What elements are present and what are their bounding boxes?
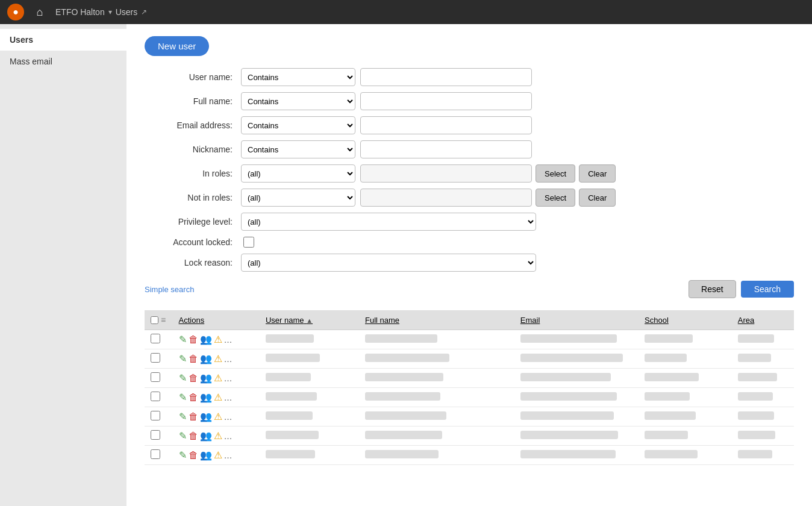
warn-icon[interactable]: ⚠ — [214, 334, 222, 345]
row-checkbox[interactable] — [151, 449, 160, 459]
warn-icon[interactable]: ⚠ — [214, 353, 222, 364]
row-actions-cell: ✎ 🗑 👥 ⚠ … — [173, 349, 260, 369]
th-area[interactable]: Area — [732, 310, 794, 330]
filter-row-accountlocked: Account locked: — [145, 237, 794, 248]
row-checkbox[interactable] — [151, 353, 160, 363]
nickname-label: Nickname: — [145, 145, 241, 154]
breadcrumb: ETFO Halton ▾ Users ↗ — [55, 7, 147, 17]
more-icon[interactable]: … — [224, 451, 233, 460]
fullname-operator-select[interactable]: Contains — [241, 92, 355, 110]
delete-icon[interactable]: 🗑 — [189, 431, 198, 442]
th-actions: Actions — [173, 310, 260, 330]
roles-icon[interactable]: 👥 — [200, 411, 212, 422]
roles-icon[interactable]: 👥 — [200, 449, 212, 461]
edit-icon[interactable]: ✎ — [179, 411, 187, 422]
row-checkbox[interactable] — [151, 372, 160, 382]
th-fullname[interactable]: Full name — [359, 310, 514, 330]
breadcrumb-etfo[interactable]: ETFO Halton — [55, 7, 105, 17]
row-username — [260, 349, 359, 369]
search-button[interactable]: Search — [741, 281, 794, 298]
delete-icon[interactable]: 🗑 — [189, 373, 198, 384]
edit-icon[interactable]: ✎ — [179, 449, 187, 461]
row-checkbox[interactable] — [151, 411, 160, 420]
warn-icon[interactable]: ⚠ — [214, 372, 222, 384]
home-icon[interactable]: ⌂ — [31, 4, 48, 20]
sidebar-item-users[interactable]: Users — [0, 29, 126, 51]
filter-row-inroles: In roles: (all) Select Clear — [145, 164, 794, 183]
edit-icon[interactable]: ✎ — [179, 430, 187, 442]
warn-icon[interactable]: ⚠ — [214, 392, 222, 403]
delete-icon[interactable]: 🗑 — [189, 354, 198, 364]
row-checkbox[interactable] — [151, 430, 160, 440]
roles-icon[interactable]: 👥 — [200, 392, 212, 403]
notinroles-operator-select[interactable]: (all) — [241, 189, 355, 207]
row-email — [514, 349, 639, 369]
inroles-input[interactable] — [360, 164, 532, 183]
username-input[interactable] — [360, 68, 532, 86]
email-label: Email address: — [145, 120, 241, 130]
row-area — [732, 426, 794, 446]
roles-icon[interactable]: 👥 — [200, 334, 212, 345]
privilege-select[interactable]: (all) — [241, 213, 536, 231]
row-checkbox-cell — [145, 426, 173, 446]
warn-icon[interactable]: ⚠ — [214, 449, 222, 461]
table-row: ✎ 🗑 👥 ⚠ … — [145, 407, 794, 426]
roles-icon[interactable]: 👥 — [200, 353, 212, 364]
filter-row-notinroles: Not in roles: (all) Select Clear — [145, 189, 794, 207]
sidebar-item-mass-email[interactable]: Mass email — [0, 51, 126, 72]
delete-icon[interactable]: 🗑 — [189, 450, 198, 461]
delete-icon[interactable]: 🗑 — [189, 392, 198, 403]
inroles-operator-select[interactable]: (all) — [241, 164, 355, 183]
delete-icon[interactable]: 🗑 — [189, 334, 198, 345]
lockreason-select[interactable]: (all) — [241, 254, 536, 272]
nickname-input[interactable] — [360, 140, 532, 158]
new-user-button[interactable]: New user — [145, 36, 209, 56]
fullname-label: Full name: — [145, 96, 241, 106]
nickname-operator-select[interactable]: Contains — [241, 140, 355, 158]
simple-search-link[interactable]: Simple search — [145, 285, 194, 294]
reset-button[interactable]: Reset — [689, 280, 736, 298]
more-icon[interactable]: … — [224, 373, 233, 383]
th-email[interactable]: Email — [514, 310, 639, 330]
edit-icon[interactable]: ✎ — [179, 334, 187, 345]
breadcrumb-users[interactable]: Users — [116, 7, 138, 17]
th-username[interactable]: User name ▲ — [260, 310, 359, 330]
row-email — [514, 446, 639, 465]
edit-icon[interactable]: ✎ — [179, 353, 187, 364]
username-sort-arrow: ▲ — [306, 317, 313, 324]
notinroles-select-button[interactable]: Select — [536, 189, 575, 207]
more-icon[interactable]: … — [224, 431, 233, 441]
more-icon[interactable]: … — [224, 354, 233, 364]
row-email — [514, 369, 639, 388]
row-checkbox[interactable] — [151, 392, 160, 401]
warn-icon[interactable]: ⚠ — [214, 411, 222, 422]
filter-form: User name: Contains Full name: Contains … — [145, 68, 794, 298]
inroles-clear-button[interactable]: Clear — [579, 164, 616, 183]
username-operator-select[interactable]: Contains — [241, 68, 355, 86]
row-checkbox[interactable] — [151, 334, 160, 343]
th-school[interactable]: School — [639, 310, 732, 330]
inroles-select-button[interactable]: Select — [536, 164, 575, 183]
accountlocked-checkbox[interactable] — [243, 237, 254, 248]
more-icon[interactable]: … — [224, 335, 233, 345]
edit-icon[interactable]: ✎ — [179, 392, 187, 403]
main-content: New user User name: Contains Full name: … — [126, 24, 812, 506]
more-icon[interactable]: … — [224, 393, 233, 402]
row-fullname — [359, 330, 514, 349]
email-input[interactable] — [360, 116, 532, 134]
row-fullname — [359, 388, 514, 407]
fullname-input[interactable] — [360, 92, 532, 110]
row-actions-cell: ✎ 🗑 👥 ⚠ … — [173, 330, 260, 349]
delete-icon[interactable]: 🗑 — [189, 411, 198, 422]
roles-icon[interactable]: 👥 — [200, 430, 212, 442]
select-all-checkbox[interactable] — [151, 316, 158, 324]
warn-icon[interactable]: ⚠ — [214, 430, 222, 442]
more-icon[interactable]: … — [224, 412, 233, 422]
row-username — [260, 388, 359, 407]
notinroles-clear-button[interactable]: Clear — [579, 189, 616, 207]
email-operator-select[interactable]: Contains — [241, 116, 355, 134]
row-fullname — [359, 426, 514, 446]
edit-icon[interactable]: ✎ — [179, 372, 187, 384]
roles-icon[interactable]: 👥 — [200, 372, 212, 384]
notinroles-input[interactable] — [360, 189, 532, 207]
